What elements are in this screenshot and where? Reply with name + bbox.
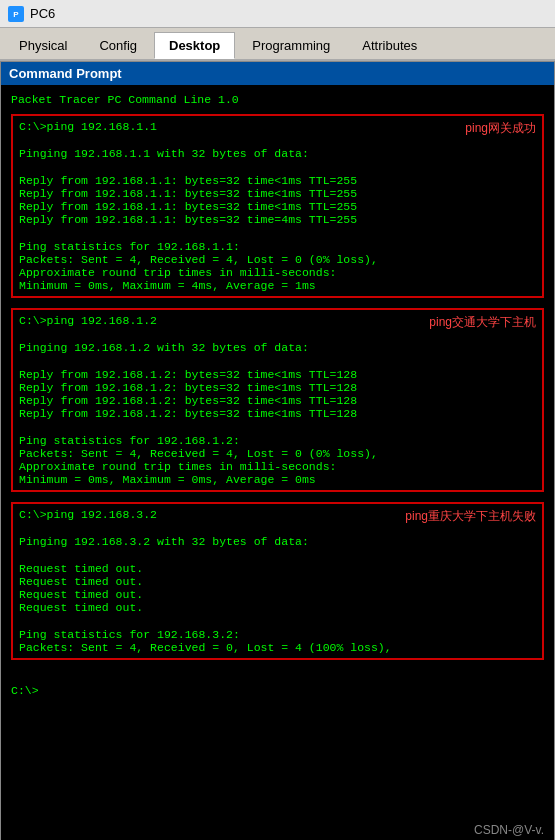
title-bar: P PC6 bbox=[0, 0, 555, 28]
ping2-reply-1: Reply from 192.168.1.2: bytes=32 time<1m… bbox=[19, 368, 536, 381]
ping2-stats-minmax: Minimum = 0ms, Maximum = 0ms, Average = … bbox=[19, 473, 536, 486]
ping-block-1: ping网关成功 C:\>ping 192.168.1.1 Pinging 19… bbox=[11, 114, 544, 298]
cmd-window: Command Prompt Packet Tracer PC Command … bbox=[0, 61, 555, 840]
ping3-timeout-4: Request timed out. bbox=[19, 601, 536, 614]
window-title: PC6 bbox=[30, 6, 55, 21]
ping-block-2: ping交通大学下主机 C:\>ping 192.168.1.2 Pinging… bbox=[11, 308, 544, 492]
ping3-output-pinging: Pinging 192.168.3.2 with 32 bytes of dat… bbox=[19, 535, 536, 548]
ping2-stats-packets: Packets: Sent = 4, Received = 4, Lost = … bbox=[19, 447, 536, 460]
cmd-title-bar: Command Prompt bbox=[1, 62, 554, 85]
cmd-title-text: Command Prompt bbox=[9, 66, 122, 81]
ping2-reply-2: Reply from 192.168.1.2: bytes=32 time<1m… bbox=[19, 381, 536, 394]
ping3-stats-header: Ping statistics for 192.168.3.2: bbox=[19, 628, 536, 641]
ping2-output-pinging: Pinging 192.168.1.2 with 32 bytes of dat… bbox=[19, 341, 536, 354]
svg-text:P: P bbox=[13, 10, 19, 19]
ping3-stats-packets: Packets: Sent = 4, Received = 0, Lost = … bbox=[19, 641, 536, 654]
cmd-intro-line: Packet Tracer PC Command Line 1.0 bbox=[11, 93, 544, 106]
tab-config[interactable]: Config bbox=[84, 32, 152, 59]
cmd-line-1: C:\>ping 192.168.1.1 bbox=[19, 120, 536, 133]
ping1-stats-header: Ping statistics for 192.168.1.1: bbox=[19, 240, 536, 253]
ping-block-3: C:\>ping 192.168.3.2 Pinging 192.168.3.2… bbox=[11, 502, 544, 660]
tab-programming[interactable]: Programming bbox=[237, 32, 345, 59]
ping3-timeout-1: Request timed out. bbox=[19, 562, 536, 575]
ping2-stats-approx: Approximate round trip times in milli-se… bbox=[19, 460, 536, 473]
ping3-timeout-2: Request timed out. bbox=[19, 575, 536, 588]
cmd-body[interactable]: Packet Tracer PC Command Line 1.0 ping网关… bbox=[1, 85, 554, 840]
ping1-output-pinging: Pinging 192.168.1.1 with 32 bytes of dat… bbox=[19, 147, 536, 160]
ping2-stats-header: Ping statistics for 192.168.1.2: bbox=[19, 434, 536, 447]
ping1-reply-2: Reply from 192.168.1.1: bytes=32 time<1m… bbox=[19, 187, 536, 200]
ping1-reply-1: Reply from 192.168.1.1: bytes=32 time<1m… bbox=[19, 174, 536, 187]
tab-attributes[interactable]: Attributes bbox=[347, 32, 432, 59]
final-prompt: C:\> bbox=[11, 684, 544, 697]
ping-label-1: ping网关成功 bbox=[465, 120, 536, 137]
tab-desktop[interactable]: Desktop bbox=[154, 32, 235, 59]
ping2-reply-4: Reply from 192.168.1.2: bytes=32 time<1m… bbox=[19, 407, 536, 420]
tab-physical[interactable]: Physical bbox=[4, 32, 82, 59]
tab-bar: Physical Config Desktop Programming Attr… bbox=[0, 28, 555, 61]
ping1-reply-4: Reply from 192.168.1.1: bytes=32 time=4m… bbox=[19, 213, 536, 226]
ping1-stats-packets: Packets: Sent = 4, Received = 4, Lost = … bbox=[19, 253, 536, 266]
ping3-timeout-3: Request timed out. bbox=[19, 588, 536, 601]
ping1-stats-approx: Approximate round trip times in milli-se… bbox=[19, 266, 536, 279]
app-icon: P bbox=[8, 6, 24, 22]
ping1-reply-3: Reply from 192.168.1.1: bytes=32 time<1m… bbox=[19, 200, 536, 213]
ping1-stats-minmax: Minimum = 0ms, Maximum = 4ms, Average = … bbox=[19, 279, 536, 292]
ping-label-2: ping交通大学下主机 bbox=[429, 314, 536, 331]
ping2-reply-3: Reply from 192.168.1.2: bytes=32 time<1m… bbox=[19, 394, 536, 407]
watermark: CSDN-@V-v. bbox=[474, 823, 544, 837]
ping-label-3: ping重庆大学下主机失败 bbox=[405, 508, 536, 525]
